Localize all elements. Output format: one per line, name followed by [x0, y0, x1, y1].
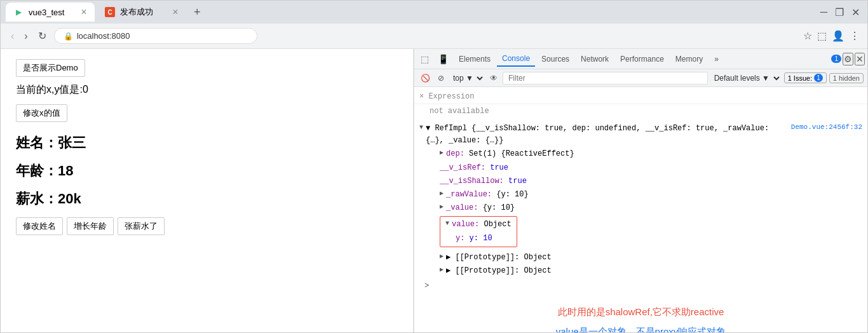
refimpl-triangle[interactable]: ▼ [419, 123, 423, 133]
address-bar: ‹ › ↻ 🔒 localhost:8080 ☆ ⬚ 👤 ⋮ [1, 24, 867, 49]
tab-more[interactable]: » [709, 52, 724, 66]
raise-salary-button[interactable]: 张薪水了 [118, 217, 165, 235]
eye-button[interactable]: 👁 [487, 72, 500, 84]
salary-display: 薪水：20k [16, 189, 398, 208]
console-filter-input[interactable] [503, 72, 708, 85]
url-bar[interactable]: 🔒 localhost:8080 [54, 28, 257, 44]
c-icon: C [105, 7, 115, 17]
tab-label-1: vue3_test [29, 8, 64, 17]
close-button[interactable]: ✕ [849, 6, 862, 18]
dep-triangle[interactable]: ▶ [440, 148, 444, 158]
reload-button[interactable]: ↻ [36, 29, 49, 43]
hidden-badge: 1 hidden [829, 73, 864, 83]
v-isRef-val: true [490, 162, 508, 174]
devtools-close-button[interactable]: ✕ [855, 53, 865, 65]
restore-button[interactable]: ❐ [832, 6, 846, 18]
tab-close-2[interactable]: ✕ [172, 8, 179, 17]
modify-name-button[interactable]: 修改姓名 [16, 217, 63, 235]
value-collapsed-line: ▶ _value: {y: 10} [419, 201, 862, 215]
tab-label-2: 发布成功 [120, 6, 153, 18]
proto1-triangle[interactable]: ▶ [440, 252, 444, 262]
lock-icon: 🔒 [64, 32, 73, 41]
value-expanded-line: ▼ value: Object [445, 218, 512, 231]
tab-sources[interactable]: Sources [536, 52, 574, 66]
tab-vue3-test[interactable]: ▶ vue3_test ✕ [6, 3, 95, 22]
tab-elements[interactable]: Elements [454, 52, 496, 66]
proto2-triangle[interactable]: ▶ [440, 265, 444, 275]
devtools-panel: ⬚ 📱 Elements Console Sources Network Per… [414, 49, 867, 332]
menu-icon[interactable]: ⋮ [850, 30, 860, 42]
devtools-select-icon[interactable]: ⬚ [417, 53, 433, 65]
console-object-tree: ▼ ▼ RefImpl {__v_isShallow: true, dep: u… [414, 121, 867, 296]
issue-badge: 1 Issue: 1 [784, 72, 827, 83]
demo-link-ref[interactable]: Demo.vue:2456f:32 [786, 122, 862, 133]
devtools-device-icon[interactable]: 📱 [434, 53, 452, 65]
v-isShallow-val: true [508, 175, 527, 187]
tab-publish[interactable]: C 发布成功 ✕ [97, 3, 186, 22]
increase-age-button[interactable]: 增长年龄 [67, 217, 114, 235]
cursor-line: > [419, 278, 862, 295]
proto1-text: ▶ [[Prototype]]: Object [446, 252, 552, 264]
value-expanded-triangle[interactable]: ▼ [445, 219, 449, 229]
dep-line: ▶ dep: Set(1) {ReactiveEffect} [419, 147, 862, 161]
proto2-text: ▶ [[Prototype]]: Object [446, 265, 552, 277]
note1-text: 此时用的是shalowRef,它不求助reactive [414, 296, 867, 322]
y-value-line: y: y: 10 [445, 232, 512, 245]
top-context-select[interactable]: top ▼ [449, 72, 485, 85]
forward-button[interactable]: › [22, 29, 30, 43]
tab-memory[interactable]: Memory [670, 52, 708, 66]
v-isRef-line: __v_isRef: true [419, 161, 862, 175]
modify-x-button[interactable]: 修改x的值 [16, 104, 67, 122]
console-output: × Expression not available ▼ ▼ RefImpl {… [414, 87, 867, 332]
note2-text: value是一个对象，不是proxy响应式对象 [414, 322, 867, 332]
bookmark-icon[interactable]: ☆ [803, 30, 812, 42]
value-key: value: [452, 219, 479, 231]
cursor-symbol: > [424, 282, 429, 290]
action-buttons: 修改姓名 增长年龄 张薪水了 [16, 217, 398, 235]
new-tab-button[interactable]: + [189, 6, 206, 19]
highlight-value-box: ▼ value: Object y: y: 10 [440, 216, 517, 247]
tab-network[interactable]: Network [576, 52, 614, 66]
expression-bar: × Expression [414, 90, 867, 104]
console-filter-button[interactable]: ⊘ [435, 72, 447, 84]
tab-bar: ▶ vue3_test ✕ C 发布成功 ✕ + ─ ❐ ✕ [1, 1, 867, 24]
issue-num: 1 [814, 74, 823, 82]
rawvalue-triangle[interactable]: ▶ [440, 189, 444, 199]
default-levels-select[interactable]: Default levels ▼ [710, 72, 782, 85]
dep-val: Set(1) {ReactiveEffect} [469, 148, 574, 160]
not-available-text: not available [414, 104, 867, 121]
age-display: 年龄：18 [16, 161, 398, 180]
name-display: 姓名：张三 [16, 133, 398, 153]
devtools-tab-bar: ⬚ 📱 Elements Console Sources Network Per… [414, 49, 867, 69]
y-val: y: 10 [470, 233, 492, 245]
address-right-icons: ☆ ⬚ 👤 ⋮ [803, 30, 860, 42]
profile-icon[interactable]: 👤 [832, 30, 844, 42]
rawvalue-line: ▶ _rawValue: {y: 10} [419, 188, 862, 201]
v-isRef-key: __v_isRef: [440, 162, 485, 174]
value-collapsed-key: _value: [446, 202, 478, 214]
demo-toggle-button[interactable]: 是否展示Demo [16, 59, 85, 77]
window-controls: ─ ❐ ✕ [818, 6, 862, 18]
devtools-icon[interactable]: ⬚ [817, 30, 827, 42]
value-type: Object [484, 219, 511, 231]
v-isShallow-key: __v_isShallow: [440, 175, 504, 187]
rawvalue-val: {y: 10} [496, 189, 528, 201]
vue-icon: ▶ [13, 7, 24, 17]
devtools-badge: 1 [831, 55, 841, 63]
back-button[interactable]: ‹ [8, 29, 17, 43]
url-text: localhost:8080 [77, 31, 130, 41]
tab-console[interactable]: Console [497, 51, 535, 67]
proto1-line: ▶ ▶ [[Prototype]]: Object [419, 251, 862, 264]
console-clear-button[interactable]: 🚫 [418, 72, 433, 84]
console-toolbar: 🚫 ⊘ top ▼ 👁 Default levels ▼ 1 Issue: 1 … [414, 69, 867, 87]
y-key: y: [456, 233, 465, 245]
minimize-button[interactable]: ─ [818, 6, 830, 18]
tab-close-1[interactable]: ✕ [81, 8, 87, 17]
main-area: 是否展示Demo 当前的x,y值是:0 修改x的值 姓名：张三 年龄：18 薪水… [1, 49, 867, 332]
v-isShallow-line: __v_isShallow: true [419, 175, 862, 188]
devtools-settings-button[interactable]: ⚙ [843, 53, 853, 65]
tab-performance[interactable]: Performance [615, 52, 669, 66]
refimpl-line: ▼ ▼ RefImpl {__v_isShallow: true, dep: u… [419, 122, 786, 147]
value-collapsed-triangle[interactable]: ▶ [440, 202, 444, 212]
refimpl-text: ▼ RefImpl {__v_isShallow: true, dep: und… [426, 123, 786, 147]
